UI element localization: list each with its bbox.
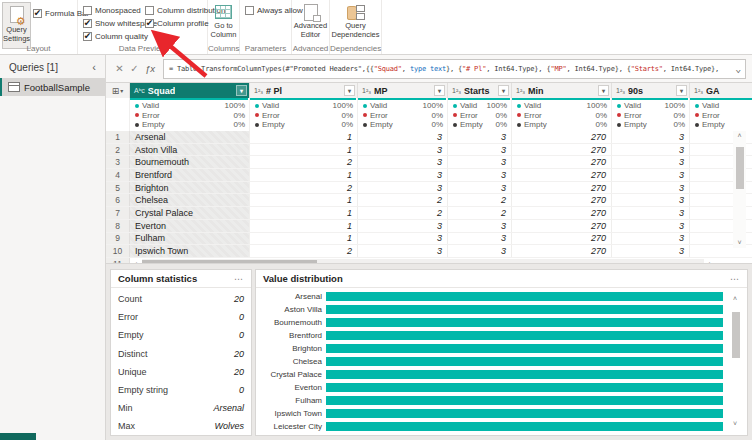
table-cell-pl[interactable]: 2 [250,245,358,257]
show-whitespace-checkbox[interactable]: ✔Show whitespace [83,17,145,30]
dist-bar[interactable] [326,305,723,314]
column-header-pl[interactable]: 1²₃# Pl▾ [250,83,358,98]
table-cell-mp[interactable]: 3 [358,169,448,181]
table-cell-squad[interactable]: Arsenal [130,131,250,143]
table-cell-mp[interactable]: 3 [358,233,448,245]
panel-menu-icon[interactable]: ⋯ [234,274,244,284]
table-cell-pl[interactable]: 1 [250,207,358,219]
query-item-footballsample[interactable]: FootballSample [0,78,105,96]
table-cell-squad[interactable]: Bournemouth [130,156,250,168]
table-cell-squad[interactable]: Everton [130,220,250,232]
table-cell-min[interactable]: 270 [512,194,612,206]
table-cell-pl[interactable]: 1 [250,220,358,232]
column-header-mp[interactable]: 1²₃MP▾ [358,83,448,98]
checkbox-unchecked-icon[interactable] [145,6,154,15]
table-cell-90s[interactable]: 3 [612,194,690,206]
checkbox-unchecked-icon[interactable] [83,6,92,15]
vertical-scrollbar-track[interactable] [733,141,746,238]
collapse-panel-icon[interactable]: ‹ [92,61,96,73]
table-cell-min[interactable]: 270 [512,182,612,194]
table-cell-starts[interactable]: 3 [448,233,512,245]
column-header-min[interactable]: 1²₃Min▾ [512,83,612,98]
table-cell-starts[interactable]: 2 [448,207,512,219]
column-header-squad[interactable]: AᵇcSquad▾ [130,83,250,98]
table-row[interactable]: 5Brighton2332703 [106,182,752,195]
table-row[interactable]: 10Ipswich Town2332703 [106,245,752,258]
table-cell-pl[interactable]: 2 [250,156,358,168]
dist-bar[interactable] [326,292,723,301]
table-cell-min[interactable]: 270 [512,131,612,143]
table-cell-min[interactable]: 270 [512,233,612,245]
distribution-scrollbar-thumb[interactable] [732,312,740,358]
table-cell-starts[interactable]: 3 [448,156,512,168]
expand-formula-bar-icon[interactable]: ⌄ [735,63,741,74]
monospaced-checkbox[interactable]: Monospaced [83,4,145,17]
table-cell-90s[interactable]: 3 [612,233,690,245]
cancel-formula-icon[interactable]: ✕ [112,63,127,74]
table-row[interactable]: 8Everton1332703 [106,220,752,233]
table-cell-starts[interactable]: 2 [448,194,512,206]
table-cell-min[interactable]: 270 [512,220,612,232]
scroll-down-icon[interactable]: ˅ [733,419,737,429]
distribution-scrollbar[interactable]: ˄ ˅ [729,294,741,429]
table-cell-mp[interactable]: 3 [358,156,448,168]
column-header-starts[interactable]: 1²₃Starts▾ [448,83,512,98]
table-cell-squad[interactable]: Fulham [130,233,250,245]
checkbox-checked-icon[interactable]: ✔ [83,19,92,28]
query-settings-button[interactable]: ⚙ Query Settings [2,2,31,49]
table-menu-button[interactable]: ⊞▾ [106,83,130,98]
table-cell-starts[interactable]: 3 [448,245,512,257]
table-row[interactable]: 9Fulham1332703 [106,233,752,246]
dist-bar[interactable] [326,422,723,431]
dist-bar[interactable] [326,318,723,327]
column-header-ga[interactable]: 1²₃GA▾ [690,83,752,98]
table-cell-squad[interactable]: Crystal Palace [130,207,250,219]
formula-input[interactable]: = Table.TransformColumnTypes(#"Promoted … [163,59,746,79]
table-cell-pl[interactable]: 1 [250,131,358,143]
dist-bar[interactable] [326,409,723,418]
table-cell-squad[interactable]: Ipswich Town [130,245,250,257]
distribution-scrollbar-track[interactable] [729,304,741,419]
panel-menu-icon[interactable]: ⋯ [730,274,740,284]
scroll-up-icon[interactable]: ˄ [733,294,737,304]
table-row[interactable]: 6Chelsea1222703 [106,194,752,207]
dist-bar[interactable] [326,331,723,340]
table-cell-min[interactable]: 270 [512,169,612,181]
table-cell-90s[interactable]: 3 [612,207,690,219]
table-cell-mp[interactable]: 2 [358,194,448,206]
dist-bar[interactable] [326,357,723,366]
table-cell-90s[interactable]: 3 [612,220,690,232]
checkbox-checked-icon[interactable]: ✔ [33,9,42,18]
table-row[interactable]: 3Bournemouth2332703 [106,156,752,169]
advanced-editor-button[interactable]: Advanced Editor [292,0,329,39]
vertical-scrollbar-thumb[interactable] [736,147,744,189]
filter-dropdown-icon[interactable]: ▾ [344,85,355,96]
table-cell-min[interactable]: 270 [512,156,612,168]
table-cell-90s[interactable]: 3 [612,182,690,194]
table-cell-starts[interactable]: 3 [448,182,512,194]
dist-bar[interactable] [326,344,723,353]
accept-formula-icon[interactable]: ✓ [127,63,142,74]
checkbox-checked-icon[interactable]: ✔ [83,32,92,41]
table-row[interactable]: 2Aston Villa1332703 [106,144,752,157]
table-cell-squad[interactable]: Chelsea [130,194,250,206]
dist-bar[interactable] [326,370,723,379]
table-cell-squad[interactable]: Aston Villa [130,144,250,156]
table-cell-mp[interactable]: 3 [358,182,448,194]
table-cell-min[interactable]: 270 [512,207,612,219]
table-cell-pl[interactable]: 1 [250,194,358,206]
table-row[interactable]: 7Crystal Palace1222703 [106,207,752,220]
table-cell-pl[interactable]: 1 [250,233,358,245]
scroll-up-icon[interactable]: ˄ [737,131,741,141]
table-row[interactable]: 1Arsenal1332703 [106,131,752,144]
dist-bar[interactable] [326,383,723,392]
table-cell-squad[interactable]: Brighton [130,182,250,194]
table-cell-squad[interactable]: Brentford [130,169,250,181]
table-cell-min[interactable]: 270 [512,245,612,257]
dist-bar[interactable] [326,396,723,405]
go-to-column-button[interactable]: Go to Column [208,0,239,39]
checkbox-unchecked-icon[interactable] [245,6,254,15]
fx-icon[interactable]: ƒx [142,63,158,74]
filter-dropdown-icon[interactable]: ▾ [598,85,609,96]
table-cell-starts[interactable]: 3 [448,169,512,181]
